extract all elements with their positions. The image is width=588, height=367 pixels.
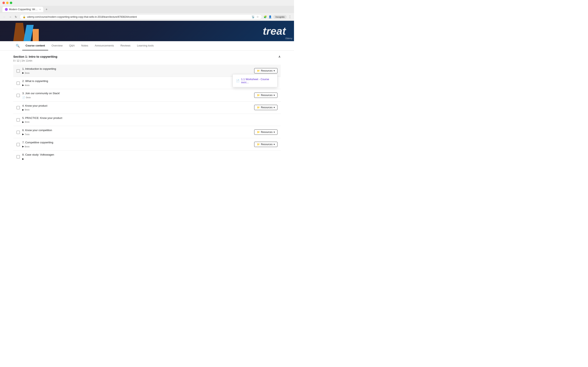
tab-qa[interactable]: Q&A xyxy=(66,41,78,50)
play-icon-5: ▶ xyxy=(22,121,24,123)
item-4-duration: 9min xyxy=(25,108,30,111)
play-icon-8: ▶ xyxy=(22,158,24,160)
forward-button[interactable]: → xyxy=(8,15,12,19)
section-title: Section 1: Intro to copywriting xyxy=(13,55,57,58)
tab-title: Modern Copywriting: Writing c xyxy=(9,8,38,11)
item-6-checkbox[interactable] xyxy=(17,131,20,134)
active-tab[interactable]: Modern Copywriting: Writing c ✕ xyxy=(2,7,43,12)
item-1-resources-button[interactable]: 📁 Resources ▾ xyxy=(254,68,277,73)
item-row-8: 8. Case study: Volkswagen ▶ xyxy=(17,153,277,160)
item-5-checkbox[interactable] xyxy=(17,118,20,122)
item-5-duration: 4min xyxy=(25,121,30,123)
treat-text: treat xyxy=(263,25,294,37)
cast-icon[interactable]: 📡 xyxy=(251,15,255,18)
chevron-icon-7: ▾ xyxy=(274,143,275,146)
tab-learning-tools[interactable]: Learning tools xyxy=(134,41,157,50)
item-2-content: 2. What is copywriting ▶ 4min xyxy=(22,79,254,86)
title-bar xyxy=(0,0,294,6)
item-8-checkbox[interactable] xyxy=(17,155,20,158)
address-bar-icons: 📡 ☆ xyxy=(251,15,259,18)
resources-label-6: Resources xyxy=(261,131,273,133)
course-navigation: 🔍 Course content Overview Q&A Notes Anno… xyxy=(0,41,294,50)
folder-icon-7: 📁 xyxy=(257,143,260,146)
tab-reviews[interactable]: Reviews xyxy=(117,41,134,50)
address-bar: ← → ↻ 🔒 udemy.com/course/modern-copywrit… xyxy=(0,13,294,21)
item-3-duration: 0min xyxy=(26,96,31,99)
shape-teal xyxy=(24,25,34,41)
tab-bar: Modern Copywriting: Writing c ✕ + xyxy=(0,6,294,13)
incognito-label: Incognito xyxy=(276,16,285,18)
item-1-meta: ▶ 3min xyxy=(22,72,254,74)
play-icon-6: ▶ xyxy=(22,133,24,136)
profile-icon[interactable]: 👤 xyxy=(268,15,272,18)
item-7-meta: ▶ 8min xyxy=(22,145,254,148)
tab-favicon xyxy=(5,8,8,11)
url-text: udemy.com/course/modern-copywriting-writ… xyxy=(27,16,250,18)
item-3-resources-button[interactable]: 📁 Resources ▾ xyxy=(254,92,277,98)
shape-orange xyxy=(33,29,39,41)
folder-icon-3: 📁 xyxy=(257,94,260,97)
item-7-checkbox[interactable] xyxy=(17,143,20,146)
dropdown-item-worksheet[interactable]: 📄 1.1 Worksheet - Course succ... xyxy=(233,76,277,86)
item-3-content: 3. Join our community on Slack! 📄 0min xyxy=(22,92,254,99)
main-content: Section 1: Intro to copywriting ∧ 0 / 12… xyxy=(0,50,294,167)
resources-label-1: Resources xyxy=(261,69,273,72)
course-item-4: 4. Know your product ▶ 9min 📁 Resources … xyxy=(13,101,281,114)
item-3-meta: 📄 0min xyxy=(22,96,254,99)
tab-close-button[interactable]: ✕ xyxy=(39,8,41,11)
reload-button[interactable]: ↻ xyxy=(14,15,18,19)
resources-label-4: Resources xyxy=(261,106,273,109)
item-2-checkbox[interactable] xyxy=(17,82,20,85)
tab-overview[interactable]: Overview xyxy=(48,41,66,50)
item-6-resources-button[interactable]: 📁 Resources ▾ xyxy=(254,129,277,135)
item-4-title: 4. Know your product xyxy=(22,104,254,108)
item-3-checkbox[interactable] xyxy=(17,94,20,97)
url-bar[interactable]: 🔒 udemy.com/course/modern-copywriting-wr… xyxy=(20,14,262,19)
item-4-meta: ▶ 9min xyxy=(22,108,254,111)
tab-announcements[interactable]: Announcements xyxy=(91,41,117,50)
item-row-1: 1. Introduction to copywriting ▶ 3min 📁 … xyxy=(17,67,277,74)
search-nav-button[interactable]: 🔍 xyxy=(13,42,22,50)
chevron-icon-6: ▾ xyxy=(274,131,275,133)
back-button[interactable]: ← xyxy=(2,15,7,19)
course-item-7: 7. Competitive copywriting ▶ 8min 📁 Reso… xyxy=(13,138,281,150)
item-4-checkbox[interactable] xyxy=(17,106,20,109)
new-tab-button[interactable]: + xyxy=(44,7,49,12)
item-row-4: 4. Know your product ▶ 9min 📁 Resources … xyxy=(17,104,277,111)
browser-menu-button[interactable]: ⋮ xyxy=(288,15,292,19)
item-1-resources-container: 📁 Resources ▾ 📄 1.1 Worksheet - Course s… xyxy=(254,68,277,73)
tab-notes[interactable]: Notes xyxy=(78,41,91,50)
play-icon-2: ▶ xyxy=(22,84,24,86)
course-item-3: 3. Join our community on Slack! 📄 0min 📁… xyxy=(13,89,281,101)
item-row-7: 7. Competitive copywriting ▶ 8min 📁 Reso… xyxy=(17,141,277,148)
item-6-duration: 7min xyxy=(25,133,30,136)
item-7-resources-button[interactable]: 📁 Resources ▾ xyxy=(254,142,277,147)
close-button[interactable] xyxy=(2,2,5,4)
bookmark-icon[interactable]: ☆ xyxy=(256,15,259,18)
udemy-watermark: Ūdemy xyxy=(285,37,292,40)
item-4-resources-button[interactable]: 📁 Resources ▾ xyxy=(254,105,277,110)
item-2-duration: 4min xyxy=(25,84,30,86)
maximize-button[interactable] xyxy=(10,2,12,4)
collapse-section-button[interactable]: ∧ xyxy=(278,55,281,58)
browser-chrome: Modern Copywriting: Writing c ✕ + ← → ↻ … xyxy=(0,0,294,21)
minimize-button[interactable] xyxy=(6,2,9,4)
folder-icon-4: 📁 xyxy=(257,106,260,109)
tab-course-content[interactable]: Course content xyxy=(22,41,48,50)
doc-play-icon-3: 📄 xyxy=(22,96,25,99)
chevron-icon-1: ▾ xyxy=(274,69,275,72)
item-6-meta: ▶ 7min xyxy=(22,133,254,136)
item-5-title: 5. PRACTICE: Know your product xyxy=(22,116,277,120)
resources-label-7: Resources xyxy=(261,143,273,146)
item-5-content: 5. PRACTICE: Know your product ▶ 4min xyxy=(22,116,277,123)
extensions-icon[interactable]: 🧩 xyxy=(264,15,267,18)
incognito-button[interactable]: Incognito xyxy=(273,15,287,19)
item-1-checkbox[interactable] xyxy=(17,69,20,73)
folder-icon-6: 📁 xyxy=(257,131,260,133)
play-icon-1: ▶ xyxy=(22,72,24,74)
chevron-icon-4: ▾ xyxy=(274,106,275,109)
section-header: Section 1: Intro to copywriting ∧ xyxy=(13,55,281,58)
doc-icon: 📄 xyxy=(236,79,240,82)
course-item-5: 5. PRACTICE: Know your product ▶ 4min xyxy=(13,114,281,126)
shape-brown xyxy=(13,23,26,41)
